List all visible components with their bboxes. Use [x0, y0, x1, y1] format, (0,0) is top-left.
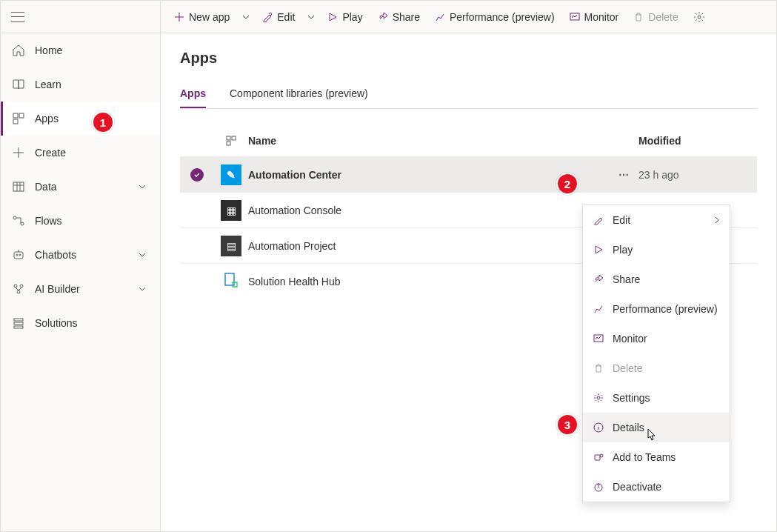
context-menu: Edit Play Share Performance (preview) Mo…	[582, 205, 730, 502]
delete-button[interactable]: Delete	[626, 1, 685, 33]
menu-monitor[interactable]: Monitor	[583, 324, 730, 353]
toolbar-label: Edit	[277, 11, 295, 23]
hamburger-menu[interactable]	[1, 1, 160, 33]
chart-icon	[592, 304, 605, 314]
table-row[interactable]: ✎ Automation Center ⋯ 23 h ago	[180, 156, 757, 192]
toolbar: New app Edit Play Share Perfor	[161, 1, 776, 33]
power-icon	[592, 482, 605, 492]
gear-icon	[592, 393, 605, 403]
column-icon-header[interactable]	[214, 135, 248, 147]
step-badge-1: 1	[92, 111, 114, 133]
toolbar-label: Delete	[648, 11, 678, 23]
menu-label: Add to Teams	[613, 451, 721, 463]
selected-check-icon[interactable]	[190, 168, 204, 182]
svg-rect-1	[19, 113, 24, 118]
tab-apps[interactable]: Apps	[180, 87, 206, 108]
sidebar-item-solutions[interactable]: Solutions	[1, 306, 160, 340]
menu-performance[interactable]: Performance (preview)	[583, 294, 730, 324]
svg-rect-3	[13, 182, 24, 191]
menu-label: Edit	[613, 214, 706, 226]
svg-point-25	[600, 454, 603, 457]
menu-label: Details	[613, 422, 721, 433]
menu-delete[interactable]: Delete	[583, 353, 730, 383]
app-name: Automation Center	[248, 169, 609, 181]
svg-point-7	[16, 254, 18, 256]
new-app-button[interactable]: New app	[167, 1, 237, 33]
sidebar-item-learn[interactable]: Learn	[1, 67, 160, 102]
app-name: Automation Console	[248, 205, 609, 216]
edit-icon	[592, 215, 605, 225]
menu-deactivate[interactable]: Deactivate	[583, 472, 730, 502]
sidebar-item-home[interactable]: Home	[1, 33, 160, 67]
svg-rect-14	[14, 326, 23, 328]
row-more-button[interactable]: ⋯	[609, 169, 638, 181]
chevron-down-icon	[135, 285, 150, 293]
svg-point-11	[17, 290, 20, 293]
share-icon	[592, 274, 605, 285]
menu-play[interactable]: Play	[583, 235, 730, 265]
play-icon	[327, 12, 338, 22]
sidebar: Home Learn Apps Create Data	[1, 1, 161, 531]
edit-chevron[interactable]	[302, 1, 320, 33]
sidebar-item-ai-builder[interactable]: AI Builder	[1, 272, 160, 306]
app-name: Automation Project	[248, 240, 609, 252]
toolbar-label: Performance (preview)	[450, 11, 555, 23]
svg-point-16	[698, 16, 701, 19]
sidebar-item-flows[interactable]: Flows	[1, 204, 160, 238]
svg-point-22	[597, 396, 600, 399]
trash-icon	[633, 12, 644, 22]
monitor-icon	[570, 12, 580, 22]
sidebar-item-data[interactable]: Data	[1, 170, 160, 204]
svg-point-10	[20, 285, 23, 287]
app-icon: ✎	[221, 164, 241, 185]
plus-icon	[174, 12, 184, 22]
sidebar-item-create[interactable]: Create	[1, 136, 160, 170]
svg-rect-2	[13, 119, 18, 124]
book-icon	[11, 78, 26, 91]
svg-rect-19	[227, 142, 230, 145]
sidebar-item-chatbots[interactable]: Chatbots	[1, 238, 160, 272]
menu-add-to-teams[interactable]: Add to Teams	[583, 442, 730, 472]
play-button[interactable]: Play	[320, 1, 370, 33]
sidebar-item-label: Home	[35, 44, 150, 56]
app-icon	[222, 271, 240, 291]
menu-share[interactable]: Share	[583, 265, 730, 294]
chevron-down-icon	[135, 250, 150, 259]
play-icon	[592, 245, 605, 255]
svg-rect-13	[14, 322, 23, 325]
info-icon	[592, 422, 605, 433]
sidebar-item-apps[interactable]: Apps	[1, 102, 160, 136]
share-button[interactable]: Share	[370, 1, 427, 33]
menu-details[interactable]: Details	[583, 413, 730, 442]
sidebar-item-label: Create	[35, 147, 150, 159]
menu-edit[interactable]: Edit	[583, 205, 730, 235]
svg-rect-6	[14, 252, 23, 259]
svg-rect-24	[595, 455, 600, 460]
edit-button[interactable]: Edit	[255, 1, 302, 33]
svg-rect-18	[232, 136, 236, 140]
menu-label: Play	[613, 244, 721, 256]
sidebar-item-label: Flows	[35, 215, 150, 227]
tab-component-libraries[interactable]: Component libraries (preview)	[230, 87, 368, 108]
home-icon	[11, 44, 26, 57]
step-badge-3: 3	[556, 413, 578, 436]
menu-settings[interactable]: Settings	[583, 383, 730, 413]
edit-icon	[262, 12, 273, 22]
app-name: Solution Health Hub	[248, 276, 609, 287]
sidebar-item-label: AI Builder	[35, 283, 135, 295]
app-icon: ▤	[221, 236, 241, 256]
performance-button[interactable]: Performance (preview)	[427, 1, 562, 33]
menu-label: Deactivate	[613, 481, 721, 493]
chart-icon	[435, 12, 445, 22]
teams-icon	[592, 452, 605, 462]
new-app-chevron[interactable]	[237, 1, 255, 33]
column-name-header[interactable]: Name	[248, 135, 609, 147]
ai-icon	[11, 282, 26, 296]
menu-label: Settings	[613, 392, 721, 404]
monitor-button[interactable]: Monitor	[562, 1, 627, 33]
svg-point-4	[13, 216, 16, 219]
page-title: Apps	[180, 50, 757, 67]
toolbar-label: Monitor	[584, 11, 619, 23]
column-modified-header[interactable]: Modified	[638, 135, 757, 147]
settings-gear[interactable]	[686, 1, 713, 33]
